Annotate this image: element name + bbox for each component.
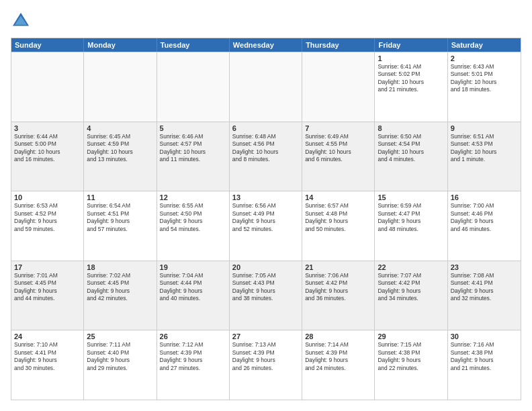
day-info: Sunrise: 7:13 AM Sunset: 4:39 PM Dayligh… [232,341,299,372]
day-info: Sunrise: 6:51 AM Sunset: 4:53 PM Dayligh… [451,133,518,164]
cal-cell-29: 29Sunrise: 7:15 AM Sunset: 4:38 PM Dayli… [375,330,447,400]
day-number: 26 [160,332,226,340]
header-day-monday: Monday [84,38,157,52]
day-info: Sunrise: 6:44 AM Sunset: 5:00 PM Dayligh… [14,133,81,164]
day-number: 9 [451,124,518,132]
calendar-body: 1Sunrise: 6:41 AM Sunset: 5:02 PM Daylig… [11,52,521,400]
day-number: 21 [305,263,371,271]
day-number: 20 [232,263,299,271]
day-number: 19 [160,263,226,271]
day-info: Sunrise: 7:05 AM Sunset: 4:43 PM Dayligh… [232,272,299,303]
cal-cell-7: 7Sunrise: 6:49 AM Sunset: 4:55 PM Daylig… [302,122,375,191]
logo-icon [11,11,31,31]
day-number: 17 [14,263,81,271]
day-info: Sunrise: 6:45 AM Sunset: 4:59 PM Dayligh… [87,133,153,164]
day-number: 24 [14,332,81,340]
day-info: Sunrise: 7:00 AM Sunset: 4:46 PM Dayligh… [451,202,518,233]
day-number: 18 [87,263,153,271]
day-number: 27 [232,332,299,340]
header-day-wednesday: Wednesday [230,38,302,52]
day-info: Sunrise: 7:11 AM Sunset: 4:40 PM Dayligh… [87,341,153,372]
day-info: Sunrise: 7:02 AM Sunset: 4:45 PM Dayligh… [87,272,153,303]
day-info: Sunrise: 7:04 AM Sunset: 4:44 PM Dayligh… [160,272,226,303]
day-number: 16 [451,193,518,201]
day-number: 8 [378,124,444,132]
day-number: 10 [14,193,81,201]
calendar-header: SundayMondayTuesdayWednesdayThursdayFrid… [11,38,521,52]
day-info: Sunrise: 7:16 AM Sunset: 4:38 PM Dayligh… [451,341,518,372]
day-number: 25 [87,332,153,340]
cal-cell-10: 10Sunrise: 6:53 AM Sunset: 4:52 PM Dayli… [11,191,84,261]
day-number: 29 [378,332,444,340]
day-info: Sunrise: 6:54 AM Sunset: 4:51 PM Dayligh… [87,202,153,233]
header-day-thursday: Thursday [302,38,375,52]
cal-cell-11: 11Sunrise: 6:54 AM Sunset: 4:51 PM Dayli… [84,191,157,261]
day-number: 7 [305,124,371,132]
day-number: 1 [378,54,444,62]
day-info: Sunrise: 6:49 AM Sunset: 4:55 PM Dayligh… [305,133,371,164]
day-number: 2 [451,54,518,62]
cal-cell-empty-4 [302,52,375,122]
cal-cell-18: 18Sunrise: 7:02 AM Sunset: 4:45 PM Dayli… [84,261,157,330]
day-number: 4 [87,124,153,132]
day-info: Sunrise: 7:01 AM Sunset: 4:45 PM Dayligh… [14,272,81,303]
day-number: 6 [232,124,299,132]
cal-cell-25: 25Sunrise: 7:11 AM Sunset: 4:40 PM Dayli… [84,330,157,400]
cal-cell-19: 19Sunrise: 7:04 AM Sunset: 4:44 PM Dayli… [157,261,230,330]
cal-cell-8: 8Sunrise: 6:50 AM Sunset: 4:54 PM Daylig… [375,122,447,191]
day-info: Sunrise: 6:46 AM Sunset: 4:57 PM Dayligh… [160,133,226,164]
day-number: 11 [87,193,153,201]
cal-cell-26: 26Sunrise: 7:12 AM Sunset: 4:39 PM Dayli… [157,330,230,400]
cal-cell-28: 28Sunrise: 7:14 AM Sunset: 4:39 PM Dayli… [302,330,375,400]
day-number: 12 [160,193,226,201]
cal-cell-6: 6Sunrise: 6:48 AM Sunset: 4:56 PM Daylig… [230,122,302,191]
day-info: Sunrise: 6:59 AM Sunset: 4:47 PM Dayligh… [378,202,444,233]
day-info: Sunrise: 6:55 AM Sunset: 4:50 PM Dayligh… [160,202,226,233]
day-info: Sunrise: 7:08 AM Sunset: 4:41 PM Dayligh… [451,272,518,303]
cal-cell-30: 30Sunrise: 7:16 AM Sunset: 4:38 PM Dayli… [448,330,521,400]
cal-cell-4: 4Sunrise: 6:45 AM Sunset: 4:59 PM Daylig… [84,122,157,191]
day-info: Sunrise: 6:57 AM Sunset: 4:48 PM Dayligh… [305,202,371,233]
calendar-row-2: 10Sunrise: 6:53 AM Sunset: 4:52 PM Dayli… [11,191,521,261]
cal-cell-empty-3 [230,52,302,122]
day-info: Sunrise: 7:10 AM Sunset: 4:41 PM Dayligh… [14,341,81,372]
page: SundayMondayTuesdayWednesdayThursdayFrid… [0,0,532,411]
calendar-row-4: 24Sunrise: 7:10 AM Sunset: 4:41 PM Dayli… [11,330,521,400]
day-number: 14 [305,193,371,201]
cal-cell-16: 16Sunrise: 7:00 AM Sunset: 4:46 PM Dayli… [448,191,521,261]
cal-cell-9: 9Sunrise: 6:51 AM Sunset: 4:53 PM Daylig… [448,122,521,191]
day-info: Sunrise: 6:53 AM Sunset: 4:52 PM Dayligh… [14,202,81,233]
header [11,11,521,31]
cal-cell-14: 14Sunrise: 6:57 AM Sunset: 4:48 PM Dayli… [302,191,375,261]
cal-cell-13: 13Sunrise: 6:56 AM Sunset: 4:49 PM Dayli… [230,191,302,261]
header-day-tuesday: Tuesday [157,38,230,52]
cal-cell-27: 27Sunrise: 7:13 AM Sunset: 4:39 PM Dayli… [230,330,302,400]
cal-cell-24: 24Sunrise: 7:10 AM Sunset: 4:41 PM Dayli… [11,330,84,400]
header-day-saturday: Saturday [448,38,521,52]
day-info: Sunrise: 7:06 AM Sunset: 4:42 PM Dayligh… [305,272,371,303]
header-day-friday: Friday [375,38,447,52]
day-info: Sunrise: 6:43 AM Sunset: 5:01 PM Dayligh… [451,63,518,94]
cal-cell-3: 3Sunrise: 6:44 AM Sunset: 5:00 PM Daylig… [11,122,84,191]
cal-cell-empty-0 [11,52,84,122]
day-info: Sunrise: 6:48 AM Sunset: 4:56 PM Dayligh… [232,133,299,164]
calendar-row-1: 3Sunrise: 6:44 AM Sunset: 5:00 PM Daylig… [11,122,521,191]
day-info: Sunrise: 7:12 AM Sunset: 4:39 PM Dayligh… [160,341,226,372]
day-number: 23 [451,263,518,271]
cal-cell-2: 2Sunrise: 6:43 AM Sunset: 5:01 PM Daylig… [448,52,521,122]
cal-cell-5: 5Sunrise: 6:46 AM Sunset: 4:57 PM Daylig… [157,122,230,191]
calendar-row-0: 1Sunrise: 6:41 AM Sunset: 5:02 PM Daylig… [11,52,521,122]
cal-cell-23: 23Sunrise: 7:08 AM Sunset: 4:41 PM Dayli… [448,261,521,330]
day-info: Sunrise: 6:50 AM Sunset: 4:54 PM Dayligh… [378,133,444,164]
day-info: Sunrise: 7:15 AM Sunset: 4:38 PM Dayligh… [378,341,444,372]
day-number: 5 [160,124,226,132]
day-info: Sunrise: 6:56 AM Sunset: 4:49 PM Dayligh… [232,202,299,233]
day-number: 15 [378,193,444,201]
day-number: 3 [14,124,81,132]
day-number: 28 [305,332,371,340]
cal-cell-1: 1Sunrise: 6:41 AM Sunset: 5:02 PM Daylig… [375,52,447,122]
day-info: Sunrise: 6:41 AM Sunset: 5:02 PM Dayligh… [378,63,444,94]
cal-cell-17: 17Sunrise: 7:01 AM Sunset: 4:45 PM Dayli… [11,261,84,330]
cal-cell-21: 21Sunrise: 7:06 AM Sunset: 4:42 PM Dayli… [302,261,375,330]
cal-cell-20: 20Sunrise: 7:05 AM Sunset: 4:43 PM Dayli… [230,261,302,330]
